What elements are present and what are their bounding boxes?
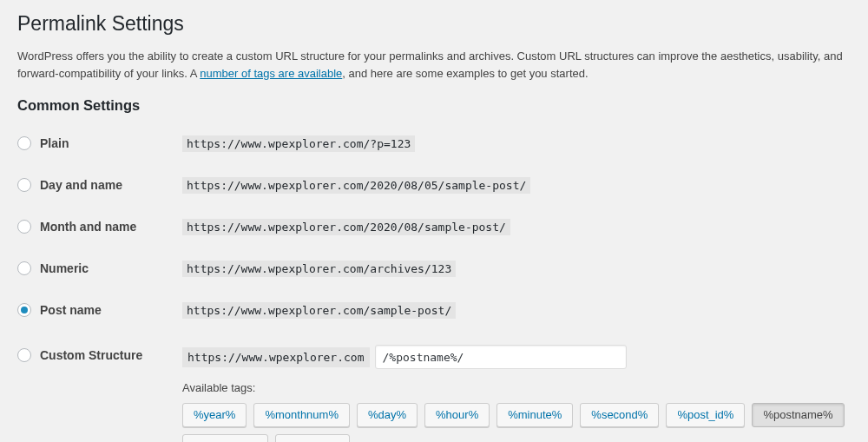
radio-dayname[interactable] [17, 178, 31, 192]
option-row-postname: Post name https://www.wpexplorer.com/sam… [17, 289, 851, 331]
tag-button[interactable]: %monthnum% [253, 403, 350, 427]
option-plain-url: https://www.wpexplorer.com/?p=123 [182, 135, 415, 152]
permalink-options-table: Plain https://www.wpexplorer.com/?p=123 … [17, 122, 851, 442]
custom-structure-row: https://www.wpexplorer.com [182, 345, 851, 369]
radio-monthname[interactable] [17, 220, 31, 234]
radio-custom[interactable] [17, 348, 31, 362]
custom-structure-prefix: https://www.wpexplorer.com [182, 347, 370, 367]
radio-numeric[interactable] [17, 261, 31, 275]
available-tags-label: Available tags: [182, 381, 851, 394]
option-custom[interactable]: Custom Structure [17, 348, 182, 362]
radio-plain[interactable] [17, 136, 31, 150]
radio-postname[interactable] [17, 303, 31, 317]
option-postname-url: https://www.wpexplorer.com/sample-post/ [182, 302, 456, 319]
option-row-numeric: Numeric https://www.wpexplorer.com/archi… [17, 247, 851, 289]
tag-button[interactable]: %year% [182, 403, 247, 427]
permalink-settings-page: Permalink Settings WordPress offers you … [0, 0, 868, 442]
option-numeric[interactable]: Numeric [17, 261, 182, 275]
tag-button[interactable]: %minute% [496, 403, 573, 427]
option-monthname-label: Month and name [40, 220, 136, 234]
option-dayname[interactable]: Day and name [17, 178, 182, 192]
tag-button[interactable]: %category% [182, 434, 268, 442]
option-monthname[interactable]: Month and name [17, 220, 182, 234]
page-title: Permalink Settings [17, 0, 851, 39]
tag-button[interactable]: %postname% [752, 403, 844, 427]
common-settings-heading: Common Settings [17, 97, 851, 114]
desc-text-after: , and here are some examples to get you … [342, 67, 588, 80]
option-row-plain: Plain https://www.wpexplorer.com/?p=123 [17, 122, 851, 164]
option-plain-label: Plain [40, 136, 69, 150]
available-tags: %year%%monthnum%%day%%hour%%minute%%seco… [182, 403, 851, 442]
tag-button[interactable]: %hour% [424, 403, 490, 427]
option-row-custom: Custom Structure https://www.wpexplorer.… [17, 331, 851, 442]
tag-button[interactable]: %second% [580, 403, 659, 427]
tag-button[interactable]: %post_id% [666, 403, 745, 427]
tags-doc-link[interactable]: number of tags are available [200, 67, 342, 80]
tag-button[interactable]: %author% [275, 434, 350, 442]
tag-button[interactable]: %day% [357, 403, 418, 427]
option-numeric-url: https://www.wpexplorer.com/archives/123 [182, 261, 456, 277]
option-plain[interactable]: Plain [17, 136, 182, 150]
option-dayname-label: Day and name [40, 178, 122, 192]
custom-structure-input[interactable] [375, 345, 627, 369]
option-row-dayname: Day and name https://www.wpexplorer.com/… [17, 164, 851, 206]
option-numeric-label: Numeric [40, 261, 89, 275]
option-monthname-url: https://www.wpexplorer.com/2020/08/sampl… [182, 219, 510, 235]
option-postname[interactable]: Post name [17, 303, 182, 317]
page-description: WordPress offers you the ability to crea… [17, 48, 851, 82]
option-dayname-url: https://www.wpexplorer.com/2020/08/05/sa… [182, 177, 530, 194]
option-custom-label: Custom Structure [40, 348, 142, 362]
option-row-monthname: Month and name https://www.wpexplorer.co… [17, 206, 851, 247]
option-postname-label: Post name [40, 303, 102, 317]
